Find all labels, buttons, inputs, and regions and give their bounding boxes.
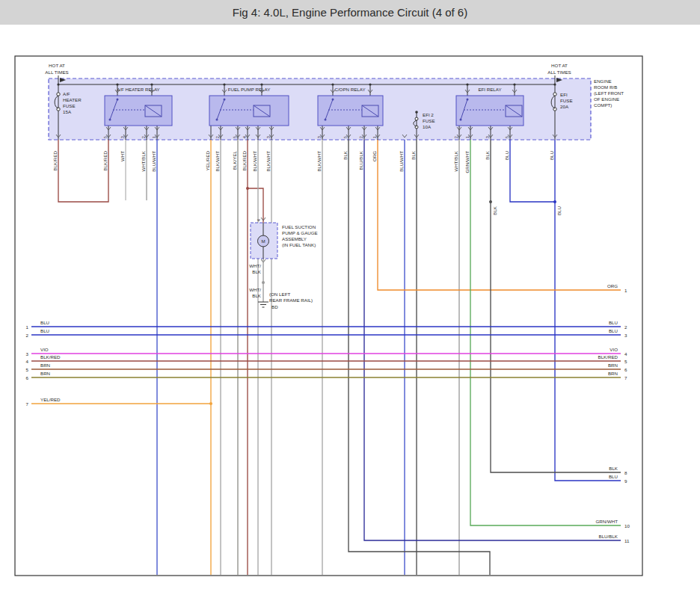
wire-color-label: BLK <box>343 150 348 160</box>
connector-wire-label: BLK/RED <box>40 354 61 360</box>
relay-contact <box>325 119 327 121</box>
relay-pin-number: 3 <box>485 136 490 138</box>
ground-icon <box>258 302 268 307</box>
wire-color-label: BLU/WHT <box>399 151 404 172</box>
pump-name-line: (IN FUEL TANK) <box>282 242 316 247</box>
connector-wire-label: BLK/RED <box>598 354 618 360</box>
callout-line: OF ENGINE <box>594 96 619 102</box>
wire-color-label: ORG <box>372 151 377 161</box>
vertical-wires <box>58 140 621 575</box>
wire-color-label: BLK/WHT <box>252 151 257 172</box>
relay-pin-number: 5 <box>505 136 509 138</box>
wire-color-label: WHT/BLK <box>453 150 458 171</box>
connector-number: 2 <box>26 333 29 338</box>
fuse-label: HEATER <box>63 97 82 102</box>
wire-color-label: BLU/BLK <box>358 150 363 170</box>
connector-number: 3 <box>624 333 627 338</box>
wire-blkred-fuel-pump <box>248 140 263 575</box>
connector-number: 1 <box>26 324 29 330</box>
relay-contact <box>332 99 334 101</box>
junction-dot <box>246 187 249 190</box>
relay-name: EFI RELAY <box>478 87 501 92</box>
wire-color-label: WHT/BLK <box>141 150 146 171</box>
connector-wire-label: BLU/BLK <box>599 534 618 539</box>
motor-letter: M <box>261 238 265 244</box>
pump-name-line: PUMP & GAUGE <box>282 230 318 235</box>
relay-name: A/F HEATER RELAY <box>117 87 160 92</box>
connector-wire-label: BRN <box>608 363 618 368</box>
connector-number: 4 <box>624 351 627 357</box>
ground-location: (ON LEFT <box>269 292 290 297</box>
hot-at-left: HOT AT ALL TIMES <box>45 63 68 75</box>
connector-number: 3 <box>26 351 29 357</box>
relay-pin-number: 3 <box>266 136 271 138</box>
wire-color-label: WHT/ <box>249 287 261 292</box>
connector-number: 5 <box>624 359 627 364</box>
right-connectors: ORG 1 BLU 2 BLU 3 VIO 4 BLK/RED 5 BRN 6 … <box>595 283 630 543</box>
hot-at-label: ALL TIMES <box>45 70 68 75</box>
wire-color-label: BLK/RED <box>102 150 108 170</box>
pump-name-line: FUEL SUCTION <box>282 224 316 229</box>
fuse-label: FUSE <box>423 118 435 123</box>
fuse-label: 15A <box>63 109 72 114</box>
wire-color-label: WHT <box>120 151 125 161</box>
fuse-label: FUSE <box>63 103 76 108</box>
wire-color-label: BLK/WHT <box>265 151 271 172</box>
relay-body <box>318 96 383 126</box>
wire-color-label: BLK/RED <box>52 150 58 170</box>
callout-line: COMPT) <box>594 102 612 108</box>
relay-pin-number: 2 <box>215 136 220 138</box>
wire-color-label: BLU/WHT <box>151 151 156 172</box>
engine-room-callout: ENGINE ROOM R/B (LEFT FRONT OF ENGINE CO… <box>594 78 624 108</box>
connector-wire-label: BLU <box>609 320 618 325</box>
callout-line: (LEFT FRONT <box>594 90 624 96</box>
connector-number: 9 <box>624 478 627 484</box>
connector-number: 7 <box>26 401 29 407</box>
relay-body <box>209 96 289 126</box>
relay-contact <box>216 119 218 121</box>
wire-color-label: BLK/WHT <box>316 151 322 172</box>
wire-grnwht <box>470 140 621 525</box>
wire-color-label: YEL/RED <box>205 150 210 170</box>
relay-pin-number: 5 <box>233 136 237 138</box>
relay-contact <box>460 119 462 121</box>
junction-dot <box>553 83 556 85</box>
wire-blk-step <box>349 140 490 575</box>
relay-pin-number: 2 <box>454 136 458 138</box>
relay-pin-number: 2 <box>359 136 363 138</box>
ground-location: REAR FRAME RAIL) <box>269 297 313 303</box>
wire-blu-relay <box>510 140 555 202</box>
connector-number: 5 <box>26 367 29 372</box>
junction-dot <box>553 200 556 203</box>
relay-contact <box>109 119 111 121</box>
connector-number: 1 <box>624 288 627 293</box>
wire-color-label: BLK <box>252 269 262 274</box>
relay-name: FUEL PUMP RELAY <box>228 87 271 92</box>
junction-dot <box>209 402 212 405</box>
connector-wire-label: BRN <box>608 371 618 376</box>
wire-color-label: BLK <box>411 150 416 160</box>
callout-line: ROOM R/B <box>594 84 617 90</box>
relay-pin-number: 2 <box>141 136 146 138</box>
hot-at-label: HOT AT <box>551 63 568 68</box>
wire-color-label: BLK <box>252 293 262 298</box>
relay-pin-number: 5 <box>343 136 348 138</box>
callout-line: ENGINE <box>594 78 612 84</box>
relay-pin-number: 5 <box>103 136 108 138</box>
relay-pin-number: 1 <box>372 136 377 138</box>
relay-contact <box>224 99 226 101</box>
wire-color-label: BLK/WHT <box>215 151 220 172</box>
connector-wire-label: BRN <box>40 371 50 376</box>
connector-wire-label: BLU <box>609 328 618 333</box>
hot-at-label: HOT AT <box>49 63 65 68</box>
connector-number: 6 <box>624 367 627 372</box>
wire-color-label: BLK <box>492 206 497 215</box>
relay-pin-number: 4 <box>242 136 247 138</box>
connector-number: 6 <box>26 375 29 380</box>
connector-wire-label: BLK <box>609 466 618 471</box>
wire-color-label: BLK/YEL <box>232 150 237 170</box>
hot-at-label: ALL TIMES <box>547 70 571 75</box>
connector-number: 8 <box>624 470 627 475</box>
junction-dot <box>489 200 492 203</box>
wiring-diagram-page: Fig 4: 4.0L, Engine Performance Circuit … <box>0 0 700 589</box>
